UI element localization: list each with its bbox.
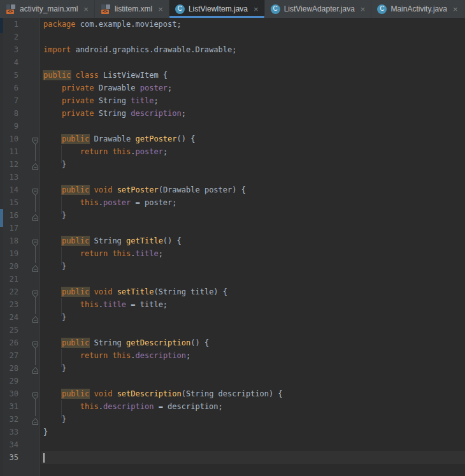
code-line[interactable] (41, 451, 465, 464)
code-line-row: 10 public Drawable getPoster() { (0, 133, 465, 145)
tab-close-icon[interactable]: × (158, 5, 163, 13)
code-token: title (131, 96, 154, 105)
fold-collapse-end-icon[interactable] (32, 161, 38, 173)
code-line[interactable]: return this.title; (41, 247, 465, 260)
code-token: private (62, 96, 94, 105)
code-token (43, 351, 80, 360)
code-token: = title; (126, 300, 168, 309)
code-editor[interactable]: 1package com.example.moviepost;23import … (0, 18, 465, 476)
code-token: void (94, 389, 113, 398)
fold-collapse-start-icon[interactable] (32, 391, 38, 402)
code-token: poster (136, 147, 163, 156)
code-token: () { (190, 338, 209, 347)
code-token (43, 185, 62, 194)
line-number: 32 (3, 413, 18, 426)
code-token: () { (163, 236, 182, 245)
code-line[interactable]: public class ListViewItem { (41, 69, 465, 82)
fold-collapse-start-icon[interactable] (32, 136, 38, 147)
code-line-row: 17 (0, 222, 465, 234)
fold-collapse-start-icon[interactable] (32, 340, 38, 351)
code-line-row: 12 } (0, 158, 465, 171)
fold-collapse-start-icon[interactable] (32, 187, 38, 198)
code-line[interactable]: public void setPoster(Drawable poster) { (41, 184, 465, 196)
code-line[interactable]: package com.example.moviepost; (41, 18, 465, 31)
fold-collapse-end-icon[interactable] (32, 212, 38, 224)
code-line[interactable]: public String getDescription() { (41, 336, 465, 349)
code-line-row: 24 } (0, 311, 465, 324)
line-number: 3 (3, 43, 18, 56)
code-line[interactable]: this.title = title; (41, 298, 465, 311)
fold-collapse-end-icon[interactable] (32, 416, 38, 428)
code-token (43, 249, 80, 258)
code-line-row: 11 return this.poster; (0, 145, 465, 158)
gutter-cell: 35 (0, 451, 41, 464)
line-number: 25 (3, 324, 18, 336)
code-line-row: 25 (0, 324, 465, 336)
fold-collapse-start-icon[interactable] (32, 289, 38, 300)
gutter-cell: 8 (0, 107, 41, 120)
editor-tab-listviewitem-java[interactable]: CListViewItem.java× (169, 0, 265, 18)
code-line[interactable]: } (41, 260, 465, 273)
code-line[interactable]: public Drawable getPoster() { (41, 133, 465, 145)
code-line[interactable] (41, 171, 465, 184)
code-token: (String title) { (154, 287, 227, 296)
code-line[interactable] (41, 56, 465, 69)
code-line-row: 29 (0, 375, 465, 387)
code-token (43, 338, 62, 347)
code-line[interactable]: private String title; (41, 94, 465, 107)
code-line[interactable]: return this.poster; (41, 145, 465, 158)
code-line[interactable] (41, 120, 465, 133)
icon-block (6, 4, 10, 9)
line-number: 12 (3, 158, 18, 171)
code-line[interactable] (41, 324, 465, 336)
editor-tab-mainactivity-java[interactable]: CMainActivity.java× (371, 0, 464, 18)
tab-close-icon[interactable]: × (83, 5, 89, 13)
code-line[interactable] (41, 273, 465, 285)
fold-collapse-end-icon[interactable] (32, 314, 38, 326)
code-token: ; (186, 351, 190, 360)
code-line[interactable] (41, 222, 465, 234)
code-line[interactable]: } (41, 209, 465, 222)
editor-tab-listviewadapter-java[interactable]: CListViewAdapter.java× (265, 0, 372, 18)
code-line[interactable]: } (41, 413, 465, 426)
code-line[interactable]: return this.description; (41, 349, 465, 362)
gutter-cell: 19 (0, 247, 41, 260)
code-token: private (62, 109, 94, 118)
code-line[interactable]: } (41, 158, 465, 171)
icon-block (106, 4, 110, 9)
code-line[interactable] (41, 375, 465, 387)
code-line-row: 13 (0, 171, 465, 184)
code-line[interactable] (41, 438, 465, 451)
tab-close-icon[interactable]: × (361, 5, 366, 13)
code-line[interactable]: } (41, 362, 465, 375)
code-line[interactable]: private String description; (41, 107, 465, 120)
gutter-cell: 7 (0, 94, 41, 107)
code-token (43, 402, 80, 411)
tab-label: listitem.xml (115, 4, 152, 13)
tab-close-icon[interactable]: × (254, 5, 259, 13)
code-token: this (80, 198, 99, 207)
code-token: . (131, 351, 135, 360)
fold-collapse-end-icon[interactable] (32, 365, 38, 377)
editor-tab-activity_main-xml[interactable]: <>activity_main.xml× (0, 0, 95, 18)
code-line[interactable]: public void setDescription(String descri… (41, 387, 465, 400)
code-token: package (43, 20, 76, 29)
tab-close-icon[interactable]: × (453, 5, 458, 13)
code-token: ListViewItem { (99, 71, 168, 80)
code-line[interactable]: public void setTitle(String title) { (41, 285, 465, 298)
code-line[interactable]: private Drawable poster; (41, 82, 465, 94)
editor-tab-listitem-xml[interactable]: <>listitem.xml× (95, 0, 169, 18)
fold-collapse-end-icon[interactable] (32, 263, 38, 275)
code-line[interactable]: public String getTitle() { (41, 234, 465, 247)
code-line[interactable]: } (41, 311, 465, 324)
code-token: . (131, 147, 135, 156)
code-line[interactable]: this.poster = poster; (41, 196, 465, 209)
fold-collapse-start-icon[interactable] (32, 238, 38, 249)
gutter-cell: 2 (0, 31, 41, 43)
code-line[interactable]: } (41, 426, 465, 438)
highlighted-identifier: public (62, 236, 89, 245)
code-line[interactable] (41, 31, 465, 43)
code-line[interactable]: import android.graphics.drawable.Drawabl… (41, 43, 465, 56)
code-token: (String description) { (182, 389, 283, 398)
code-line[interactable]: this.description = description; (41, 400, 465, 413)
